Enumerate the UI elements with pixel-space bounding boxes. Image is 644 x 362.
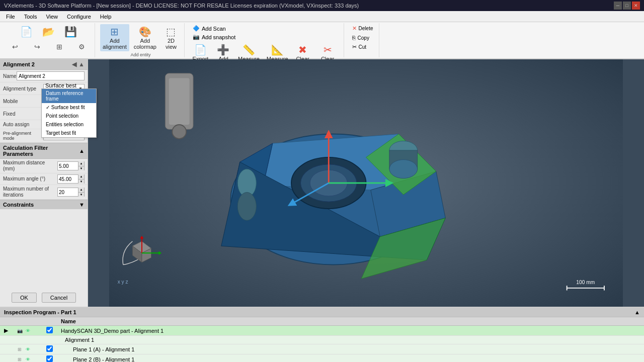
delete-button[interactable]: ✕ Delete — [349, 24, 376, 33]
row-check-2 — [42, 336, 57, 344]
col-name: Name — [57, 317, 644, 326]
max-distance-input[interactable] — [58, 163, 78, 169]
dropdown-item-entities[interactable]: Entities selection — [42, 120, 96, 129]
svg-point-18 — [237, 193, 256, 221]
row-icon-eye-4[interactable]: 👁 — [24, 356, 31, 363]
max-distance-input-wrap: ▲ ▼ — [57, 161, 85, 170]
add-colormap-button[interactable]: 🎨 Addcolormap — [131, 24, 159, 51]
pre-alignment-label: Pre-alignment mode — [3, 131, 43, 141]
max-angle-spinner-down[interactable]: ▼ — [78, 179, 84, 184]
redo-button[interactable]: ↪ — [27, 41, 47, 52]
menu-file[interactable]: File — [2, 13, 19, 21]
row-icon-shape-3: ⊞ — [16, 346, 23, 353]
settings-button[interactable]: ⚙ — [71, 41, 92, 52]
panel-header: Alignment 2 ◀ ▲ — [0, 59, 88, 70]
row-icon-eye-3[interactable]: 👁 — [24, 346, 31, 353]
max-iterations-input-wrap: ▲ ▼ — [57, 188, 85, 197]
svg-point-16 — [389, 160, 418, 178]
max-angle-spinner-up[interactable]: ▲ — [78, 174, 84, 179]
toolbar-row2: ↩ ↪ ⊞ ⚙ — [5, 41, 92, 52]
save-button[interactable]: 💾 — [60, 24, 80, 39]
add-scan-button[interactable]: 🔷 Add Scan — [190, 24, 341, 33]
dropdown-item-point[interactable]: Point selection — [42, 112, 96, 120]
constraints-title: Constraints — [3, 202, 34, 208]
add-entity-group: ⊞ Addalignment 🎨 Addcolormap ⬚ 2Dview Ad… — [97, 23, 185, 57]
col-checkbox — [42, 317, 57, 326]
copy-button[interactable]: ⎘ Copy — [349, 34, 376, 42]
row-icon-eye-1[interactable]: 👁 — [24, 327, 31, 334]
ok-button[interactable]: OK — [12, 293, 37, 303]
panel-title: Alignment 2 — [3, 61, 35, 67]
panel-back-button[interactable]: ◀ — [72, 61, 76, 68]
panel-collapse-button[interactable]: ▲ — [78, 61, 85, 68]
table-header-row: Name — [0, 317, 644, 326]
menu-view[interactable]: View — [42, 13, 62, 21]
add-alignment-button[interactable]: ⊞ Addalignment — [100, 24, 129, 51]
col-expand — [0, 317, 12, 326]
menu-configure[interactable]: Configure — [63, 13, 95, 21]
max-angle-label: Maximum angle (°) — [3, 176, 57, 182]
max-angle-input-wrap: ▲ ▼ — [57, 174, 85, 184]
quick-access-buttons: 📄 📂 💾 — [16, 24, 80, 39]
svg-point-3 — [172, 125, 186, 139]
calculation-title: Calculation Filter Parameters — [3, 145, 79, 157]
max-distance-spinner-up[interactable]: ▲ — [78, 161, 84, 166]
svg-rect-2 — [169, 78, 190, 125]
title-bar: VXelements - 3D Software Platform - [New… — [0, 0, 644, 11]
open-button[interactable]: 📂 — [38, 24, 58, 39]
calculation-collapse-icon[interactable]: ▲ — [79, 148, 85, 154]
auto-assign-label: Auto assign — [3, 122, 43, 127]
svg-text:100 mm: 100 mm — [576, 280, 595, 285]
bottom-panel-title: Inspection Program - Part 1 — [4, 309, 76, 315]
quick-access-group: 📄 📂 💾 ↩ ↪ ⊞ ⚙ — [2, 23, 95, 57]
row-icons-3: ⊞ 👁 — [12, 344, 42, 354]
2d-view-button[interactable]: ⬚ 2Dview — [161, 24, 181, 51]
row-name-3: Plane 1 (A) - Alignment 1 — [57, 344, 644, 354]
add-entity-buttons: ⊞ Addalignment 🎨 Addcolormap ⬚ 2Dview — [100, 24, 181, 51]
cut-button[interactable]: ✂ Cut — [349, 43, 376, 51]
dropdown-item-datum[interactable]: Datum reference frame — [42, 89, 96, 103]
max-iterations-input[interactable] — [58, 189, 78, 196]
max-distance-spinner-down[interactable]: ▼ — [78, 166, 84, 171]
row-check-4[interactable] — [42, 354, 57, 363]
row-icons-4: ⊞ 👁 — [12, 354, 42, 363]
menu-bar: File Tools View Configure Help — [0, 11, 644, 22]
cancel-button[interactable]: Cancel — [42, 293, 76, 303]
table-row: ⊞ 👁 Plane 1 (A) - Alignment 1 — [0, 344, 644, 354]
max-angle-input[interactable] — [58, 176, 78, 183]
alignment-type-label: Alignment type — [3, 86, 43, 92]
constraints-header: Constraints ▼ — [0, 200, 88, 209]
grid-view-button[interactable]: ⊞ — [49, 41, 69, 52]
col-icons — [12, 317, 42, 326]
add-snapshot-button[interactable]: 📷 Add snapshot — [190, 33, 341, 41]
dropdown-item-surface[interactable]: Surface best fit — [42, 103, 96, 112]
menu-tools[interactable]: Tools — [20, 13, 41, 21]
undo-button[interactable]: ↩ — [5, 41, 25, 52]
main-area: Alignment 2 ◀ ▲ Name Alignment type Surf… — [0, 59, 644, 362]
max-angle-spinner: ▲ ▼ — [78, 174, 84, 184]
max-distance-spinner: ▲ ▼ — [78, 161, 84, 170]
constraints-collapse-icon[interactable]: ▼ — [79, 202, 85, 208]
dropdown-item-target[interactable]: Target best fit — [42, 129, 96, 137]
maximize-button[interactable]: □ — [623, 2, 631, 10]
name-input[interactable] — [17, 71, 85, 80]
close-button[interactable]: ✕ — [632, 2, 640, 10]
edit-buttons: ✕ Delete ⎘ Copy ✂ Cut — [349, 24, 376, 51]
viewport[interactable]: 100 mm x y z — [88, 59, 644, 307]
row-check-1[interactable] — [42, 326, 57, 336]
name-row: Name — [0, 70, 88, 82]
alignment-type-dropdown-menu: Datum reference frame Surface best fit P… — [41, 88, 97, 138]
max-iterations-spinner-up[interactable]: ▲ — [78, 188, 84, 193]
new-button[interactable]: 📄 — [16, 24, 36, 39]
row-check-3[interactable] — [42, 344, 57, 354]
minimize-button[interactable]: ─ — [614, 2, 622, 10]
bottom-panel-collapse-icon[interactable]: ▲ — [634, 309, 640, 315]
row-icons-2 — [12, 336, 42, 344]
table-row: ▶ 📷 👁 HandySCAN 3D_Demo part - Alignment… — [0, 326, 644, 336]
max-iterations-label: Maximum number of iterations — [3, 186, 57, 198]
bottom-panel: Inspection Program - Part 1 ▲ Name ▶ — [0, 307, 644, 362]
row-expand-3 — [0, 344, 12, 354]
row-expand-1[interactable]: ▶ — [0, 326, 12, 336]
menu-help[interactable]: Help — [96, 13, 116, 21]
max-iterations-spinner-down[interactable]: ▼ — [78, 193, 84, 197]
